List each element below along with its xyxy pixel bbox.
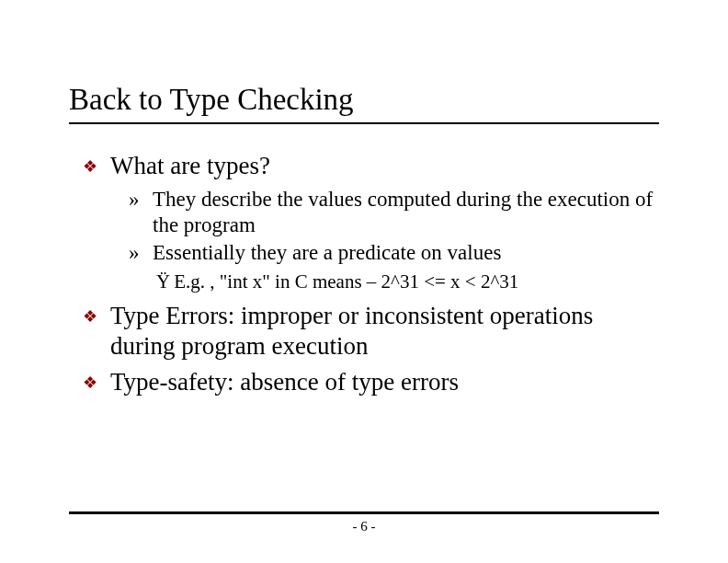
bullet-lvl2: » Essentially they are a predicate on va… <box>129 240 657 266</box>
bullet-lvl1: ❖ Type Errors: improper or inconsistent … <box>83 301 657 362</box>
slide-title: Back to Type Checking <box>69 83 659 117</box>
raquo-icon: » <box>129 187 142 213</box>
bullet-text: E.g. , "int x" in C means – 2^31 <= x < … <box>174 270 518 293</box>
slide: Back to Type Checking ❖ What are types? … <box>0 0 728 563</box>
bullet-lvl1: ❖ What are types? <box>83 151 657 181</box>
bullet-lvl3: Ÿ E.g. , "int x" in C means – 2^31 <= x … <box>156 270 657 293</box>
lvl3-group: Ÿ E.g. , "int x" in C means – 2^31 <= x … <box>156 270 657 293</box>
bullet-text: Type-safety: absence of type errors <box>110 367 459 397</box>
footer-rule <box>69 511 659 514</box>
diamond-icon: ❖ <box>83 373 97 394</box>
lvl2-group: » They describe the values computed duri… <box>129 187 657 266</box>
bullet-text: What are types? <box>110 151 270 181</box>
bullet-lvl2: » They describe the values computed duri… <box>129 187 657 238</box>
slide-body: ❖ What are types? » They describe the va… <box>83 147 657 403</box>
diamond-icon: ❖ <box>83 307 97 327</box>
diamond-icon: ❖ <box>83 157 97 178</box>
title-block: Back to Type Checking <box>69 83 659 124</box>
bullet-lvl1: ❖ Type-safety: absence of type errors <box>83 367 657 397</box>
raquo-icon: » <box>129 240 142 266</box>
ydia-icon: Ÿ <box>156 270 170 293</box>
bullet-text: Type Errors: improper or inconsistent op… <box>110 301 657 362</box>
title-underline <box>69 122 659 124</box>
bullet-text: Essentially they are a predicate on valu… <box>153 240 501 266</box>
bullet-text: They describe the values computed during… <box>153 187 657 238</box>
page-number: - 6 - <box>0 519 728 534</box>
